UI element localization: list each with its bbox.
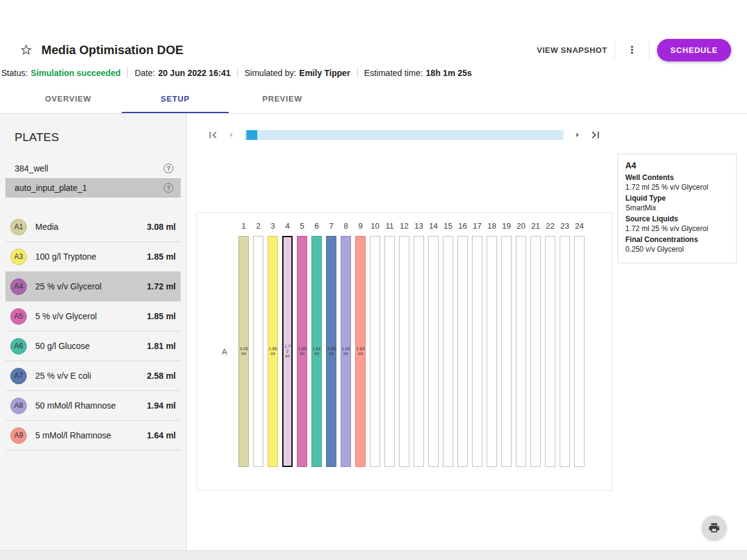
tab-overview[interactable]: OVERVIEW [15, 85, 122, 113]
well-volume-label: 1.81 ml [313, 347, 321, 356]
well-bar[interactable]: 1.72 ml [282, 236, 293, 467]
well-bar[interactable]: 3.08 ml [238, 236, 249, 467]
plate-columns: 1 3.08 ml 2 3 1.85 ml 4 1.72 ml 5 1.85 m… [238, 221, 585, 467]
content: PLATES 384_well ? auto_input_plate_1 ? A… [0, 114, 747, 550]
well-badge: A5 [10, 308, 27, 325]
column-header: 13 [414, 221, 423, 232]
view-snapshot-button[interactable]: VIEW SNAPSHOT [537, 46, 608, 55]
column-header: 2 [256, 221, 260, 232]
print-button[interactable] [702, 516, 726, 540]
liquid-row-a4[interactable]: A4 25 % v/v Glycerol 1.72 ml [5, 272, 181, 302]
tab-setup[interactable]: SETUP [122, 85, 229, 113]
status-separator [127, 67, 128, 78]
column-header: 12 [400, 221, 408, 232]
well-bar[interactable] [516, 236, 526, 467]
plate-item-auto-input-plate-1[interactable]: auto_input_plate_1 ? [5, 178, 181, 198]
well-bar[interactable] [560, 236, 570, 467]
schedule-button[interactable]: SCHEDULE [657, 39, 731, 61]
liquid-name: 5 % v/v Glycerol [35, 311, 139, 321]
well-bar[interactable] [487, 236, 497, 467]
well-bar[interactable]: 1.81 ml [311, 236, 322, 467]
plate-column-6: 6 1.81 ml [311, 221, 322, 467]
scroll-right-button[interactable] [571, 130, 584, 140]
plate-column-8: 8 1.94 ml [341, 221, 351, 467]
estimated-time-value: 18h 1m 25s [426, 68, 472, 78]
column-header: 21 [531, 221, 540, 232]
details-section-label: Source Liquids [625, 214, 729, 224]
liquid-name: 5 mMol/l Rhamnose [35, 430, 139, 440]
liquid-volume: 3.08 ml [147, 222, 176, 232]
column-header: 19 [502, 221, 510, 232]
well-volume-label: 1.64 ml [356, 347, 365, 356]
column-header: 11 [386, 221, 394, 232]
well-bar[interactable] [574, 236, 585, 467]
column-header: 1 [241, 221, 246, 232]
scroll-left-button[interactable] [224, 130, 238, 140]
well-bar[interactable]: 1.85 ml [268, 236, 278, 467]
column-header: 7 [329, 221, 333, 232]
help-icon[interactable]: ? [164, 164, 173, 173]
plate-column-11: 11 [384, 221, 395, 467]
well-details-card: A4 Well Contents 1.72 ml 25 % v/v Glycer… [617, 154, 737, 263]
kebab-menu-button[interactable] [622, 44, 642, 56]
first-page-button[interactable] [205, 128, 221, 142]
well-bar[interactable] [399, 236, 409, 467]
liquid-row-a3[interactable]: A3 100 g/l Tryptone 1.85 ml [5, 242, 181, 272]
well-bar[interactable]: 2.58 ml [326, 236, 336, 467]
liquid-row-a9[interactable]: A9 5 mMol/l Rhamnose 1.64 ml [5, 421, 181, 451]
well-bar[interactable] [472, 236, 482, 467]
liquid-row-a6[interactable]: A6 50 g/l Glucose 1.81 ml [5, 331, 181, 361]
header-title-row: Media Optimisation DOE VIEW SNAPSHOT SCH… [19, 38, 731, 62]
liquid-row-a5[interactable]: A5 5 % v/v Glycerol 1.85 ml [5, 302, 181, 331]
chevron-left-icon [226, 130, 237, 140]
well-bar[interactable] [501, 236, 512, 467]
plate-column-5: 5 1.85 ml [297, 221, 307, 467]
details-section-label: Final Concentrations [625, 235, 729, 244]
column-header: 20 [516, 221, 525, 232]
liquid-name: Media [35, 222, 139, 232]
well-bar[interactable] [384, 236, 395, 467]
bottom-scroll-strip [0, 550, 747, 560]
plate-list: 384_well ? auto_input_plate_1 ? [5, 159, 181, 198]
well-bar[interactable] [414, 236, 424, 467]
last-page-button[interactable] [588, 128, 603, 142]
liquid-row-a1[interactable]: A1 Media 3.08 ml [5, 212, 181, 242]
help-icon[interactable]: ? [164, 183, 173, 193]
liquid-name: 50 g/l Glucose [35, 341, 139, 351]
scrollbar-track[interactable] [245, 130, 563, 140]
well-bar[interactable] [530, 236, 541, 467]
plate-column-21: 21 [530, 221, 541, 467]
column-header: 22 [546, 221, 554, 232]
details-section-value: 1.72 ml 25 % v/v Glycerol [625, 182, 729, 192]
plate-column-10: 10 [370, 221, 380, 467]
well-badge: A3 [10, 249, 27, 265]
plate-column-2: 2 [253, 221, 263, 467]
plate-column-24: 24 [574, 221, 585, 467]
plate-name: auto_input_plate_1 [15, 183, 87, 193]
tab-preview[interactable]: PREVIEW [229, 85, 336, 113]
well-bar[interactable]: 1.94 ml [341, 236, 351, 467]
details-section-value: 1.72 ml 25 % v/v Glycerol [625, 224, 729, 233]
estimated-time-label: Estimated time: [364, 68, 423, 78]
column-header: 23 [560, 221, 569, 232]
well-bar[interactable] [370, 236, 380, 467]
well-bar[interactable]: 1.64 ml [355, 236, 366, 467]
liquid-volume: 1.85 ml [147, 252, 176, 261]
well-bar[interactable] [428, 236, 439, 467]
well-bar[interactable] [545, 236, 555, 467]
well-badge: A8 [10, 398, 27, 414]
liquid-row-a7[interactable]: A7 25 % v/v E coli 2.58 ml [5, 361, 181, 391]
liquid-row-a8[interactable]: A8 50 mMol/l Rhamnose 1.94 ml [5, 391, 181, 421]
well-badge: A1 [10, 219, 27, 235]
date-value: 20 Jun 2022 16:41 [158, 68, 231, 78]
first-page-icon [206, 128, 220, 142]
well-bar[interactable] [457, 236, 468, 467]
well-bar[interactable] [253, 236, 263, 467]
details-section-value: 0.250 v/v Glycerol [625, 244, 729, 254]
scrollbar-thumb[interactable] [246, 130, 257, 140]
plate-item-384-well[interactable]: 384_well ? [5, 159, 181, 178]
well-bar[interactable]: 1.85 ml [297, 236, 307, 467]
well-bar[interactable] [443, 236, 453, 467]
favorite-star-button[interactable] [19, 43, 33, 57]
column-header: 5 [300, 221, 304, 232]
